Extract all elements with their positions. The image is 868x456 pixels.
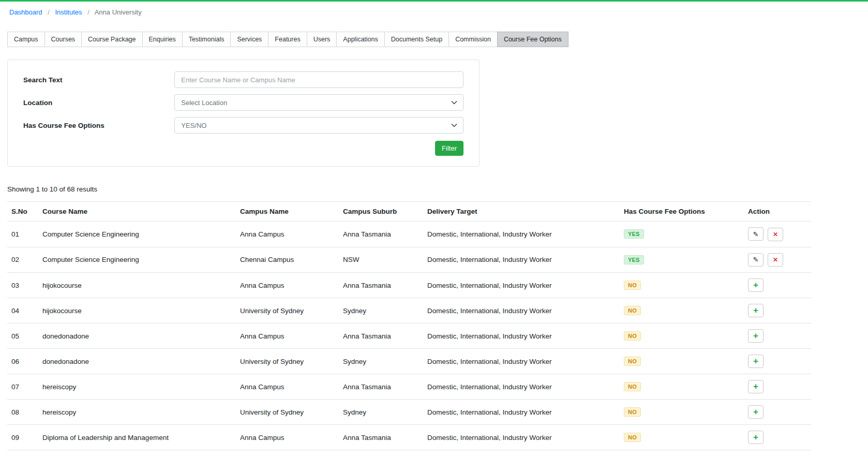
row-campus-name: University of Sydney xyxy=(236,400,339,425)
row-campus-name: Anna Campus xyxy=(236,222,339,247)
row-course-name: hereiscopy xyxy=(38,400,236,425)
add-icon: + xyxy=(753,433,758,442)
table-row: 06 donedonadone University of Sydney Syd… xyxy=(7,349,811,374)
row-campus-name: University of Sydney xyxy=(236,298,339,323)
add-button[interactable]: + xyxy=(748,304,764,317)
results-summary: Showing 1 to 10 of 68 results xyxy=(7,185,811,193)
row-fee-cell: YES xyxy=(620,222,744,247)
row-sno: 03 xyxy=(7,273,38,298)
breadcrumb: Dashboard / Institutes / Anna University xyxy=(7,2,811,22)
table-row: 07 hereiscopy Anna Campus Anna Tasmania … xyxy=(7,374,811,400)
add-button[interactable]: + xyxy=(748,329,764,343)
row-sno: 09 xyxy=(7,425,38,450)
row-fee-cell: NO xyxy=(620,400,744,425)
fee-status-badge: NO xyxy=(624,357,641,366)
row-fee-cell: NO xyxy=(620,374,744,400)
row-fee-cell: NO xyxy=(620,450,744,456)
tab-testimonials[interactable]: Testimonials xyxy=(182,32,231,47)
fee-status-badge: NO xyxy=(624,331,641,341)
row-delivery-target: Domestic, International, Industry Worker xyxy=(423,273,620,298)
tab-commission[interactable]: Commission xyxy=(448,32,498,47)
tab-documents-setup[interactable]: Documents Setup xyxy=(384,32,449,47)
table-body: 01 Computer Science Engineering Anna Cam… xyxy=(7,222,811,456)
row-campus-name: Anna Campus xyxy=(236,323,339,349)
add-icon: + xyxy=(753,357,758,365)
row-delivery-target: Domestic, International, Industry Worker xyxy=(423,247,620,273)
row-sno: 04 xyxy=(7,298,38,323)
add-button[interactable]: + xyxy=(748,431,764,444)
fee-status-badge: YES xyxy=(624,255,644,264)
table-row: 08 hereiscopy University of Sydney Sydne… xyxy=(7,400,811,425)
row-action-cell: + xyxy=(744,425,811,450)
page-container: Dashboard / Institutes / Anna University… xyxy=(0,2,868,456)
search-input[interactable] xyxy=(174,71,463,88)
add-button[interactable]: + xyxy=(748,278,764,292)
tab-users[interactable]: Users xyxy=(307,32,337,47)
row-delivery-target: Domestic, International, Industry Worker xyxy=(423,222,620,247)
tab-courses[interactable]: Courses xyxy=(44,32,82,47)
row-delivery-target: Domestic, International, Industry Worker xyxy=(423,400,620,425)
row-delivery-target: Domestic, International, Industry Worker xyxy=(423,374,620,400)
row-campus-suburb: Anna Tasmania xyxy=(339,273,423,298)
row-course-name: Computer Science Engineering xyxy=(38,247,236,273)
fee-status-badge: NO xyxy=(624,382,641,391)
row-campus-name: Anna Campus xyxy=(236,425,339,450)
table-row: 10 Diploma of Leadership and Management … xyxy=(7,450,811,456)
delete-button[interactable]: ✕ xyxy=(768,253,783,267)
row-sno: 08 xyxy=(7,400,38,425)
tab-course-package[interactable]: Course Package xyxy=(81,32,142,47)
row-delivery-target: Domestic, International, Industry Worker xyxy=(423,450,620,456)
table-row: 04 hijokocourse University of Sydney Syd… xyxy=(7,298,811,323)
add-icon: + xyxy=(753,382,758,391)
filter-panel: Search Text Location Select Location Has… xyxy=(7,60,480,167)
row-course-name: Computer Science Engineering xyxy=(38,222,236,247)
add-button[interactable]: + xyxy=(748,355,764,368)
breadcrumb-current: Anna University xyxy=(95,8,142,16)
location-label: Location xyxy=(23,99,174,107)
add-button[interactable]: + xyxy=(748,405,764,419)
tab-course-fee-options[interactable]: Course Fee Options xyxy=(497,32,568,47)
row-campus-suburb: Sydney xyxy=(339,400,423,425)
fee-status-badge: NO xyxy=(624,281,641,290)
row-delivery-target: Domestic, International, Industry Worker xyxy=(423,323,620,349)
column-header-course-name: Course Name xyxy=(38,202,236,222)
row-action-cell: + xyxy=(744,298,811,323)
column-header-has-course-fee-options: Has Course Fee Options xyxy=(620,202,744,222)
edit-button[interactable]: ✎ xyxy=(748,227,764,241)
fee-status-badge: YES xyxy=(624,229,644,239)
row-campus-name: Chennai Campus xyxy=(236,247,339,273)
table-row: 09 Diploma of Leadership and Management … xyxy=(7,425,811,450)
filter-button[interactable]: Filter xyxy=(435,141,463,156)
column-header-campus-suburb: Campus Suburb xyxy=(339,202,423,222)
add-button[interactable]: + xyxy=(748,380,764,393)
breadcrumb-institutes[interactable]: Institutes xyxy=(55,8,82,16)
delete-button[interactable]: ✕ xyxy=(768,228,783,241)
breadcrumb-dashboard[interactable]: Dashboard xyxy=(9,8,42,16)
column-header-delivery-target: Delivery Target xyxy=(423,202,620,222)
tab-services[interactable]: Services xyxy=(230,32,268,47)
row-action-cell: ✎✕ xyxy=(744,247,811,273)
row-fee-cell: NO xyxy=(620,425,744,450)
location-select[interactable]: Select Location xyxy=(174,94,463,111)
row-campus-name: Anna Campus xyxy=(236,374,339,400)
search-text-label: Search Text xyxy=(23,76,174,84)
fee-options-select[interactable]: YES/NO xyxy=(174,117,463,134)
results-table: S.NoCourse NameCampus NameCampus SuburbD… xyxy=(7,201,811,456)
delete-icon: ✕ xyxy=(773,257,778,263)
row-fee-cell: YES xyxy=(620,247,744,273)
tab-features[interactable]: Features xyxy=(268,32,307,47)
row-sno: 07 xyxy=(7,374,38,400)
row-sno: 10 xyxy=(7,450,38,456)
row-action-cell: + xyxy=(744,349,811,374)
row-campus-suburb: Anna Tasmania xyxy=(339,323,423,349)
tab-applications[interactable]: Applications xyxy=(336,32,384,47)
tab-enquiries[interactable]: Enquiries xyxy=(142,32,183,47)
fee-options-label: Has Course Fee Options xyxy=(23,122,174,129)
row-fee-cell: NO xyxy=(620,298,744,323)
fee-status-badge: NO xyxy=(624,306,641,315)
row-action-cell: ✎✕ xyxy=(744,222,811,247)
tab-campus[interactable]: Campus xyxy=(7,32,45,47)
edit-icon: ✎ xyxy=(753,231,759,238)
edit-button[interactable]: ✎ xyxy=(748,253,764,267)
row-delivery-target: Domestic, International, Industry Worker xyxy=(423,298,620,323)
